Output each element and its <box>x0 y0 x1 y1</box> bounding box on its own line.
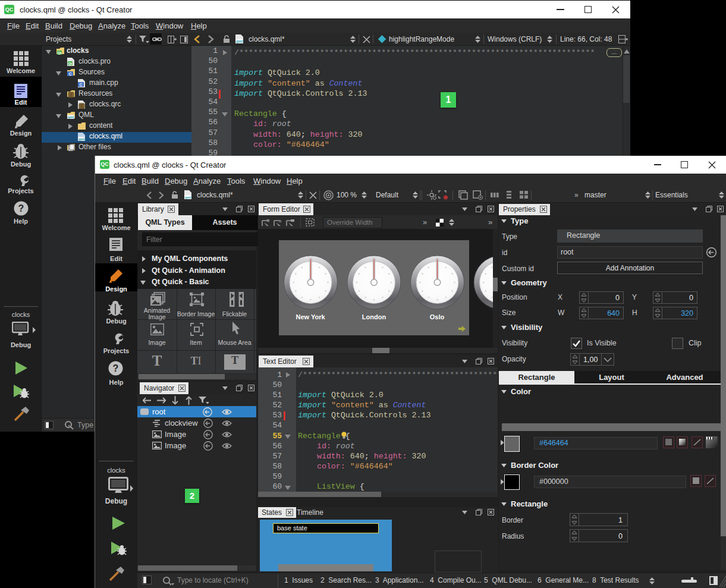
svg-text:qml: qml <box>68 115 74 119</box>
svg-text:Qt: Qt <box>68 62 73 65</box>
svg-text:qml: qml <box>185 196 191 199</box>
svg-text:a: a <box>279 218 282 224</box>
svg-text:qml: qml <box>78 137 85 141</box>
svg-text:qml: qml <box>236 39 243 43</box>
svg-text:?: ? <box>18 203 24 213</box>
svg-text:C: C <box>68 72 71 76</box>
svg-text:C: C <box>79 83 82 87</box>
svg-text:Qt: Qt <box>58 51 62 55</box>
svg-text:?: ? <box>113 363 119 373</box>
